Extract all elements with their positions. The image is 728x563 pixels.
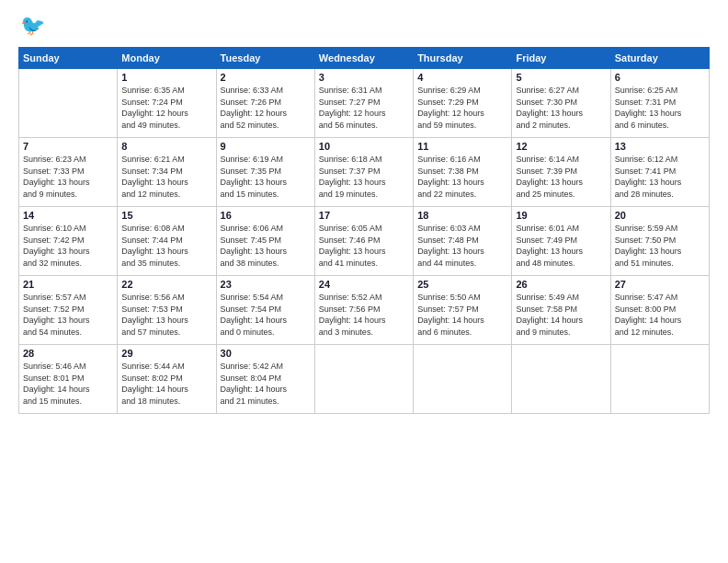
calendar-cell: 9Sunrise: 6:19 AM Sunset: 7:35 PM Daylig…: [216, 138, 314, 207]
day-info: Sunrise: 6:06 AM Sunset: 7:45 PM Dayligh…: [221, 223, 311, 269]
weekday-wednesday: Wednesday: [314, 48, 413, 69]
calendar-cell: [19, 69, 118, 138]
calendar-cell: 27Sunrise: 5:47 AM Sunset: 8:00 PM Dayli…: [610, 276, 709, 345]
day-info: Sunrise: 5:44 AM Sunset: 8:02 PM Dayligh…: [121, 361, 211, 407]
calendar-cell: 14Sunrise: 6:10 AM Sunset: 7:42 PM Dayli…: [19, 207, 118, 276]
day-info: Sunrise: 6:19 AM Sunset: 7:35 PM Dayligh…: [221, 154, 311, 200]
calendar-cell: 16Sunrise: 6:06 AM Sunset: 7:45 PM Dayli…: [216, 207, 314, 276]
day-number: 15: [121, 210, 211, 221]
calendar-cell: 17Sunrise: 6:05 AM Sunset: 7:46 PM Dayli…: [314, 207, 413, 276]
day-number: 2: [221, 72, 311, 83]
day-number: 17: [319, 210, 409, 221]
calendar-cell: 4Sunrise: 6:29 AM Sunset: 7:29 PM Daylig…: [414, 69, 512, 138]
calendar-cell: 3Sunrise: 6:31 AM Sunset: 7:27 PM Daylig…: [314, 69, 413, 138]
day-number: 29: [121, 348, 211, 359]
calendar-cell: 30Sunrise: 5:42 AM Sunset: 8:04 PM Dayli…: [216, 345, 314, 414]
day-info: Sunrise: 5:49 AM Sunset: 7:58 PM Dayligh…: [516, 292, 606, 338]
day-info: Sunrise: 5:59 AM Sunset: 7:50 PM Dayligh…: [615, 223, 705, 269]
calendar-week-4: 21Sunrise: 5:57 AM Sunset: 7:52 PM Dayli…: [19, 276, 710, 345]
day-number: 3: [319, 72, 409, 83]
calendar-cell: [414, 345, 512, 414]
calendar-cell: 8Sunrise: 6:21 AM Sunset: 7:34 PM Daylig…: [118, 138, 216, 207]
day-info: Sunrise: 5:52 AM Sunset: 7:56 PM Dayligh…: [319, 292, 409, 338]
calendar-cell: 6Sunrise: 6:25 AM Sunset: 7:31 PM Daylig…: [610, 69, 709, 138]
day-number: 5: [516, 72, 606, 83]
day-number: 12: [516, 141, 606, 152]
day-info: Sunrise: 6:35 AM Sunset: 7:24 PM Dayligh…: [121, 85, 211, 131]
calendar-week-1: 1Sunrise: 6:35 AM Sunset: 7:24 PM Daylig…: [19, 69, 710, 138]
day-info: Sunrise: 6:18 AM Sunset: 7:37 PM Dayligh…: [319, 154, 409, 200]
calendar-cell: 2Sunrise: 6:33 AM Sunset: 7:26 PM Daylig…: [216, 69, 314, 138]
calendar-cell: 21Sunrise: 5:57 AM Sunset: 7:52 PM Dayli…: [19, 276, 118, 345]
page: 🐦 SundayMondayTuesdayWednesdayThursdayFr…: [0, 0, 728, 563]
day-info: Sunrise: 5:57 AM Sunset: 7:52 PM Dayligh…: [23, 292, 113, 338]
day-info: Sunrise: 5:54 AM Sunset: 7:54 PM Dayligh…: [221, 292, 311, 338]
day-number: 25: [417, 279, 507, 290]
calendar-cell: [314, 345, 413, 414]
day-number: 1: [121, 72, 211, 83]
day-number: 8: [121, 141, 211, 152]
day-number: 24: [319, 279, 409, 290]
weekday-thursday: Thursday: [414, 48, 512, 69]
day-number: 20: [615, 210, 705, 221]
day-number: 18: [417, 210, 507, 221]
day-info: Sunrise: 6:31 AM Sunset: 7:27 PM Dayligh…: [319, 85, 409, 131]
weekday-friday: Friday: [512, 48, 610, 69]
day-info: Sunrise: 5:56 AM Sunset: 7:53 PM Dayligh…: [121, 292, 211, 338]
calendar-cell: 25Sunrise: 5:50 AM Sunset: 7:57 PM Dayli…: [414, 276, 512, 345]
day-info: Sunrise: 6:27 AM Sunset: 7:30 PM Dayligh…: [516, 85, 606, 131]
day-info: Sunrise: 6:33 AM Sunset: 7:26 PM Dayligh…: [221, 85, 311, 131]
weekday-monday: Monday: [118, 48, 216, 69]
header: 🐦: [18, 14, 710, 38]
day-info: Sunrise: 6:16 AM Sunset: 7:38 PM Dayligh…: [417, 154, 507, 200]
calendar-cell: 1Sunrise: 6:35 AM Sunset: 7:24 PM Daylig…: [118, 69, 216, 138]
logo-bird-icon: 🐦: [20, 14, 45, 38]
calendar-cell: 26Sunrise: 5:49 AM Sunset: 7:58 PM Dayli…: [512, 276, 610, 345]
day-info: Sunrise: 6:05 AM Sunset: 7:46 PM Dayligh…: [319, 223, 409, 269]
day-number: 11: [417, 141, 507, 152]
day-info: Sunrise: 5:46 AM Sunset: 8:01 PM Dayligh…: [23, 361, 113, 407]
calendar-cell: 19Sunrise: 6:01 AM Sunset: 7:49 PM Dayli…: [512, 207, 610, 276]
calendar-cell: 18Sunrise: 6:03 AM Sunset: 7:48 PM Dayli…: [414, 207, 512, 276]
calendar-cell: 10Sunrise: 6:18 AM Sunset: 7:37 PM Dayli…: [314, 138, 413, 207]
day-number: 9: [221, 141, 311, 152]
day-info: Sunrise: 6:03 AM Sunset: 7:48 PM Dayligh…: [417, 223, 507, 269]
day-info: Sunrise: 6:21 AM Sunset: 7:34 PM Dayligh…: [121, 154, 211, 200]
day-number: 6: [615, 72, 705, 83]
day-info: Sunrise: 6:10 AM Sunset: 7:42 PM Dayligh…: [23, 223, 113, 269]
calendar-cell: [610, 345, 709, 414]
calendar-cell: 12Sunrise: 6:14 AM Sunset: 7:39 PM Dayli…: [512, 138, 610, 207]
day-info: Sunrise: 6:08 AM Sunset: 7:44 PM Dayligh…: [121, 223, 211, 269]
day-number: 28: [23, 348, 113, 359]
day-info: Sunrise: 6:25 AM Sunset: 7:31 PM Dayligh…: [615, 85, 705, 131]
calendar-cell: 24Sunrise: 5:52 AM Sunset: 7:56 PM Dayli…: [314, 276, 413, 345]
day-number: 22: [121, 279, 211, 290]
day-number: 23: [221, 279, 311, 290]
day-number: 7: [23, 141, 113, 152]
calendar-cell: 11Sunrise: 6:16 AM Sunset: 7:38 PM Dayli…: [414, 138, 512, 207]
calendar-week-3: 14Sunrise: 6:10 AM Sunset: 7:42 PM Dayli…: [19, 207, 710, 276]
calendar-cell: 20Sunrise: 5:59 AM Sunset: 7:50 PM Dayli…: [610, 207, 709, 276]
calendar-cell: 15Sunrise: 6:08 AM Sunset: 7:44 PM Dayli…: [118, 207, 216, 276]
logo: 🐦: [18, 14, 45, 38]
day-number: 13: [615, 141, 705, 152]
weekday-sunday: Sunday: [19, 48, 118, 69]
weekday-tuesday: Tuesday: [216, 48, 314, 69]
day-number: 4: [417, 72, 507, 83]
day-number: 26: [516, 279, 606, 290]
day-info: Sunrise: 6:14 AM Sunset: 7:39 PM Dayligh…: [516, 154, 606, 200]
day-number: 16: [221, 210, 311, 221]
day-info: Sunrise: 6:23 AM Sunset: 7:33 PM Dayligh…: [23, 154, 113, 200]
calendar-cell: [512, 345, 610, 414]
day-info: Sunrise: 5:42 AM Sunset: 8:04 PM Dayligh…: [221, 361, 311, 407]
calendar-cell: 29Sunrise: 5:44 AM Sunset: 8:02 PM Dayli…: [118, 345, 216, 414]
calendar-cell: 28Sunrise: 5:46 AM Sunset: 8:01 PM Dayli…: [19, 345, 118, 414]
calendar-cell: 22Sunrise: 5:56 AM Sunset: 7:53 PM Dayli…: [118, 276, 216, 345]
day-number: 14: [23, 210, 113, 221]
calendar-week-5: 28Sunrise: 5:46 AM Sunset: 8:01 PM Dayli…: [19, 345, 710, 414]
day-number: 19: [516, 210, 606, 221]
calendar-cell: 13Sunrise: 6:12 AM Sunset: 7:41 PM Dayli…: [610, 138, 709, 207]
day-number: 27: [615, 279, 705, 290]
weekday-header-row: SundayMondayTuesdayWednesdayThursdayFrid…: [19, 48, 710, 69]
day-number: 30: [221, 348, 311, 359]
